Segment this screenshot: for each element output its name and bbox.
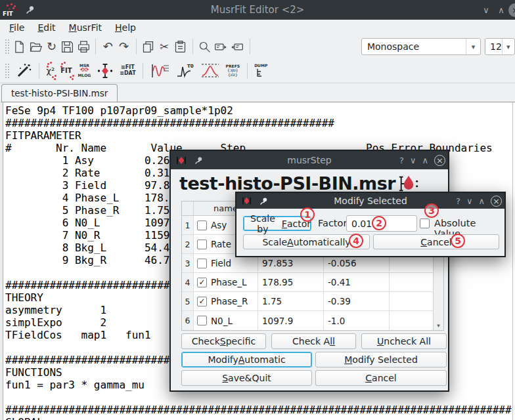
parameter-step: -1.0 [324,311,390,330]
copy-icon[interactable] [141,38,155,55]
parameter-step: -0.39 [324,292,390,310]
parameter-name: Field [211,258,231,268]
parameter-checkbox[interactable] [197,220,207,230]
chevron-down-icon[interactable]: ▾ [466,39,480,54]
window-titlebar: FIT MusrFit Editor <2> ∨ ∧ × [0,0,515,20]
print-icon[interactable] [76,38,90,55]
musrwiz-wand-icon[interactable] [13,60,34,82]
check-specific-button[interactable]: Check Specific [181,333,266,349]
menu-file[interactable]: File [3,21,31,34]
menubar: File Edit MusrFit Help [0,20,515,35]
find-next-icon[interactable] [213,38,228,55]
absolute-value-checkbox[interactable] [420,219,430,228]
table-row[interactable]: 5 Phase_R 1.75 -0.39 [182,292,443,311]
tab-msr-file[interactable]: test-histo-PSI-BIN.msr [1,84,118,102]
toolbar-separator [247,63,248,79]
help-button[interactable]: ? [456,196,460,206]
modify-dialog-titlebar: Modify Selected ? ∨ ∧ × [236,193,504,209]
find-icon[interactable] [198,38,212,55]
save-quit-button[interactable]: Save&Quit [181,370,312,386]
parameter-value: 1.75 [258,292,324,310]
new-file-icon[interactable] [12,38,26,55]
annotation-2: 2 [372,216,386,230]
swap-msr-mlog-icon[interactable]: MSR ⟲⟳ MLOG [76,60,93,82]
calc-chisq-icon[interactable]: χ² [45,60,57,82]
maximize-button[interactable]: ∧ [422,156,428,165]
musrstep-heading: test-histo-PSI-BIN.msr [179,173,419,194]
chevron-down-icon[interactable]: ▾ [502,39,514,54]
editor-scrollbar[interactable] [512,102,513,420]
close-icon[interactable]: × [491,196,502,207]
table-row[interactable]: 4 Phase_L 178.95 -0.41 [182,273,443,292]
musrfit-run-icon[interactable]: FIT [58,60,74,82]
parameter-value: 178.95 [258,273,324,291]
musrstep-drop-icon [398,174,419,194]
font-size-select[interactable]: 12 ▾ [485,38,515,55]
parameter-checkbox[interactable] [197,278,207,287]
annotation-3: 3 [424,203,439,218]
toolbar-separator [250,39,250,54]
save-icon[interactable] [60,38,74,55]
menu-musrfit[interactable]: MusrFit [62,21,108,34]
parameter-checkbox[interactable] [197,259,207,268]
undo-icon[interactable]: ↶ [101,38,115,55]
parameter-name: Phase_R [211,296,248,306]
cancel-button[interactable]: Cancel [373,234,499,249]
musrstep-dialog: musrStep ? ∨ ∧ × test-histo-PSI-BIN.msr … [169,150,449,392]
editor-line: FITPARAMETER [5,129,515,142]
toolbar-separator [143,63,143,79]
paste-icon[interactable] [173,38,187,55]
redo-icon[interactable]: ↷ [117,38,131,55]
parameter-value: 1097.9 [258,311,324,330]
minimize-button[interactable]: ∨ [410,156,416,165]
minimize-button[interactable]: ∨ [466,196,473,206]
musrview-icon[interactable] [148,60,172,82]
table-row[interactable]: 6 N0_L 1097.9 -1.0 [182,311,443,330]
modify-selected-button[interactable]: Modify Selected [315,352,447,368]
toolbar-separator [39,63,39,79]
musrfit-editor-window: FIT MusrFit Editor <2> ∨ ∧ × File Edit M… [0,0,515,420]
editor-line: ########################################… [5,117,515,129]
toolbar-handle[interactable] [5,63,10,79]
parameter-name: N0_L [211,316,233,326]
cut-icon[interactable]: ✂ [158,38,171,55]
maximize-button[interactable]: ∧ [493,0,509,20]
help-button[interactable]: ? [399,156,404,165]
modify-automatic-button[interactable]: Modify Automatic [181,352,312,368]
font-family-select[interactable]: Monospace ▾ [361,38,481,55]
close-icon[interactable]: × [434,155,445,166]
parameter-name: Phase_L [211,277,247,287]
scroll-down-icon[interactable]: ▾ [434,322,443,329]
editor-line: GLOBAL [5,416,515,420]
msr2data-icon[interactable]: ≡FIT ≡DAT [118,60,137,82]
uncheck-all-button[interactable]: Uncheck All [361,333,447,349]
minimize-button[interactable]: ∨ [478,0,494,20]
musrstep-titlebar: musrStep ? ∨ ∧ × [171,151,448,169]
musrfit-toolbar: χ² FIT MSR ⟲⟳ MLOG ≡FIT ≡DAT T0 [0,58,515,83]
annotation-5: 5 [451,234,465,248]
parameter-checkbox[interactable] [197,316,207,326]
musrprefs-icon[interactable]: PREFS {ɔJɒ} {ɪlz} [224,60,242,82]
editor-line: ########################################… [5,404,515,416]
toolbar-separator [95,39,96,54]
musrt0-icon[interactable]: T0 [174,60,196,82]
find-previous-icon[interactable] [230,38,244,55]
open-file-icon[interactable] [29,38,43,55]
menu-help[interactable]: Help [108,21,143,34]
cancel-button[interactable]: Cancel [315,370,447,386]
annotation-4: 4 [349,234,363,248]
parameter-name: Rate [211,239,231,249]
musrstep-icon[interactable] [95,60,116,82]
check-all-button[interactable]: Check All [271,333,356,349]
toolbar-handle[interactable] [5,39,10,54]
reload-icon[interactable]: ↻ [45,38,58,55]
editor-line: FeSe 9p4 TF100 p107apr09_sample*1p02 [5,104,515,117]
menu-edit[interactable]: Edit [31,21,62,34]
musrft-icon[interactable] [198,60,222,82]
annotation-1: 1 [300,207,315,222]
maximize-button[interactable]: ∧ [478,196,485,206]
parameter-checkbox[interactable] [197,240,207,249]
parameter-checkbox[interactable] [197,297,207,306]
font-family-value: Monospace [362,41,466,52]
musrdump-icon[interactable]: DUMP [252,60,269,82]
